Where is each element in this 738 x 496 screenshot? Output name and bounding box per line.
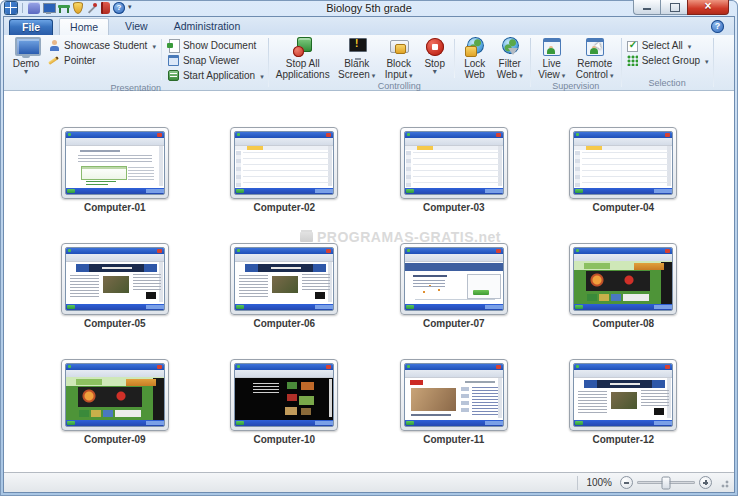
- status-bar: 100%: [4, 472, 734, 492]
- mini-screenshot: [230, 359, 338, 431]
- computer-name: Computer-07: [423, 318, 485, 329]
- resize-grip-icon[interactable]: [718, 477, 730, 489]
- minimize-button[interactable]: [633, 0, 660, 15]
- computer-thumbnail[interactable]: Computer-08: [567, 243, 679, 329]
- mini-screen: [405, 254, 503, 304]
- tab-view[interactable]: View: [115, 18, 158, 35]
- thumbnail-view: PROGRAMAS-GRATIS.net Computer-01 Compute…: [4, 91, 734, 472]
- computer-thumbnail[interactable]: Computer-09: [59, 359, 171, 445]
- zoom-slider[interactable]: [620, 476, 712, 489]
- shield-icon[interactable]: [73, 2, 83, 14]
- computer-grid: Computer-01 Computer-02 Computer-03: [4, 91, 734, 445]
- computer-name: Computer-08: [592, 318, 654, 329]
- computer-thumbnail[interactable]: Computer-10: [228, 359, 340, 445]
- maximize-button[interactable]: [660, 0, 687, 15]
- window-controls: [633, 0, 729, 15]
- filter-web-icon: [500, 37, 520, 57]
- group-presentation: Demo Showcase Student Pointer: [4, 35, 268, 90]
- help-icon[interactable]: [113, 2, 125, 14]
- dropdown-arrow-icon: [703, 55, 709, 66]
- mini-taskbar: [66, 188, 164, 194]
- group-selection: Select All Select Group Selection: [622, 35, 713, 90]
- filter-web-button[interactable]: Filter Web: [492, 36, 528, 81]
- exit-journal-icon[interactable]: [101, 2, 110, 14]
- show-document-button[interactable]: Show Document: [165, 38, 266, 53]
- titlebar: Biology 5th grade: [0, 0, 738, 16]
- computer-name: Computer-12: [592, 434, 654, 445]
- computer-thumbnail[interactable]: Computer-04: [567, 127, 679, 213]
- showcase-student-button[interactable]: Showcase Student: [46, 38, 158, 53]
- demo-icon: [12, 37, 40, 58]
- tab-home[interactable]: Home: [59, 18, 109, 35]
- zoom-slider-thumb[interactable]: [662, 476, 671, 489]
- computer-thumbnail[interactable]: Computer-02: [228, 127, 340, 213]
- mini-screen: [405, 370, 503, 420]
- group-separator: [713, 38, 714, 87]
- computer-name: Computer-02: [253, 202, 315, 213]
- student-monitors-icon[interactable]: [43, 2, 55, 14]
- computer-thumbnail[interactable]: Computer-03: [398, 127, 510, 213]
- blank-screen-button[interactable]: Blank Screen: [335, 36, 379, 81]
- pointer-button[interactable]: Pointer: [46, 53, 158, 68]
- computer-name: Computer-09: [84, 434, 146, 445]
- block-input-icon: [389, 37, 409, 57]
- group-controlling: Stop All Applications Blank Screen Block…: [269, 35, 530, 90]
- qat-dropdown-icon[interactable]: [128, 2, 136, 14]
- computer-thumbnail[interactable]: Computer-07: [398, 243, 510, 329]
- tab-administration[interactable]: Administration: [164, 18, 251, 35]
- mini-screenshot: [569, 127, 677, 199]
- mini-screenshot: [569, 243, 677, 315]
- computer-thumbnail[interactable]: Computer-11: [398, 359, 510, 445]
- tools-icon[interactable]: [86, 2, 98, 14]
- mini-screen: [574, 254, 672, 304]
- file-menu-button[interactable]: File: [9, 19, 53, 35]
- block-input-button[interactable]: Block Input: [379, 36, 419, 81]
- mini-screenshot: [400, 359, 508, 431]
- app-icon: [5, 2, 17, 14]
- mini-screen: [66, 370, 164, 420]
- computer-name: Computer-11: [423, 434, 484, 445]
- stop-icon: [425, 37, 445, 57]
- zoom-out-button[interactable]: [620, 476, 633, 489]
- computer-name: Computer-06: [253, 318, 315, 329]
- classroom-desk-icon[interactable]: [58, 2, 70, 14]
- computer-thumbnail[interactable]: Computer-12: [567, 359, 679, 445]
- show-document-icon: [167, 39, 180, 52]
- start-application-button[interactable]: Start Application: [165, 68, 266, 83]
- mini-taskbar: [574, 188, 672, 194]
- mini-screen: [574, 370, 672, 420]
- close-button[interactable]: [687, 0, 729, 15]
- computer-thumbnail[interactable]: Computer-05: [59, 243, 171, 329]
- mini-screen: [235, 254, 333, 304]
- select-all-icon: [626, 39, 639, 52]
- zoom-level: 100%: [586, 477, 612, 488]
- stop-all-applications-icon: [293, 37, 313, 57]
- mini-taskbar: [235, 304, 333, 310]
- dropdown-arrow-icon: [407, 69, 413, 80]
- mini-screenshot: [400, 243, 508, 315]
- mini-taskbar: [235, 420, 333, 426]
- demo-button[interactable]: Demo: [6, 36, 46, 75]
- mini-taskbar: [405, 420, 503, 426]
- lock-web-button[interactable]: Lock Web: [458, 36, 492, 81]
- stop-button[interactable]: Stop: [419, 36, 451, 75]
- chat-icon[interactable]: [28, 2, 40, 14]
- showcase-student-icon: [48, 39, 61, 52]
- zoom-in-button[interactable]: [699, 476, 712, 489]
- computer-name: Computer-01: [84, 202, 146, 213]
- snap-viewer-button[interactable]: Snap Viewer: [165, 53, 266, 68]
- select-all-button[interactable]: Select All: [624, 38, 711, 53]
- ribbon-help-icon[interactable]: [711, 20, 724, 33]
- computer-thumbnail[interactable]: Computer-06: [228, 243, 340, 329]
- select-group-button[interactable]: Select Group: [624, 53, 711, 68]
- mini-screen: [405, 138, 503, 188]
- mini-taskbar: [235, 188, 333, 194]
- group-supervision: Live View Remote Control Supervision: [531, 35, 621, 90]
- dropdown-arrow-icon: [258, 70, 264, 81]
- zoom-slider-track[interactable]: [637, 481, 695, 484]
- remote-control-button[interactable]: Remote Control: [571, 36, 619, 81]
- stop-all-applications-button[interactable]: Stop All Applications: [271, 36, 335, 81]
- computer-thumbnail[interactable]: Computer-01: [59, 127, 171, 213]
- live-view-button[interactable]: Live View: [533, 36, 571, 81]
- mini-screenshot: [61, 243, 169, 315]
